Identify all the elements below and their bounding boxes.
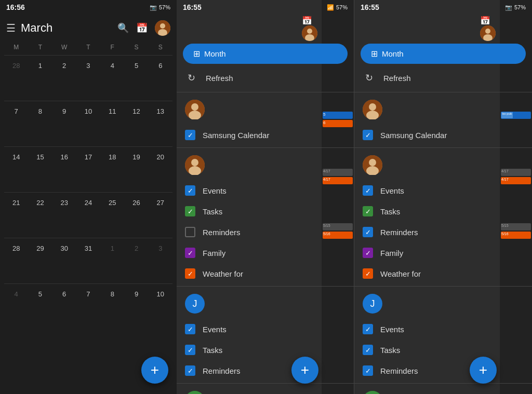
cal-day-21[interactable]: 21 bbox=[4, 193, 28, 238]
family-checkbox-2[interactable]: ✓ bbox=[363, 248, 373, 258]
j-events-item-1[interactable]: ✓ Events bbox=[177, 319, 354, 339]
refresh-item-1[interactable]: ↻ Refresh bbox=[177, 66, 354, 90]
cal-day-9[interactable]: 9 bbox=[52, 101, 76, 146]
cal-day-14[interactable]: 14 bbox=[4, 147, 28, 192]
cal-icon-m1[interactable]: 📅 bbox=[302, 16, 312, 25]
tasks-item-2[interactable]: ✓ Tasks bbox=[354, 201, 532, 222]
header-action-icons: 🔍 📅 bbox=[117, 20, 170, 36]
cal-day-11[interactable]: 11 bbox=[100, 101, 124, 146]
cal-day-31[interactable]: 31 bbox=[76, 238, 100, 283]
cal-day-5-b[interactable]: 5 bbox=[28, 284, 52, 329]
cal-day-22[interactable]: 22 bbox=[28, 193, 52, 238]
month-button-1[interactable]: ⊞ Month bbox=[183, 44, 348, 64]
cal-day-4-next[interactable]: 4 bbox=[4, 284, 28, 329]
samsung-cal-checkbox-2[interactable]: ✓ bbox=[363, 130, 373, 140]
cal-day-13[interactable]: 13 bbox=[149, 101, 172, 146]
hamburger-icon[interactable]: ☰ bbox=[6, 22, 16, 34]
cal-day-9-b[interactable]: 9 bbox=[124, 284, 148, 329]
cal-day-4[interactable]: 4 bbox=[100, 56, 124, 101]
cal-day-12[interactable]: 12 bbox=[124, 101, 148, 146]
j-account-row-2: J bbox=[354, 289, 532, 319]
cal-day-24[interactable]: 24 bbox=[76, 193, 100, 238]
search-icon[interactable]: 🔍 bbox=[117, 22, 129, 34]
cal-icon-m2[interactable]: 📅 bbox=[480, 16, 490, 25]
month-button-2[interactable]: ⊞ Month bbox=[361, 44, 526, 64]
events-checkbox-2[interactable]: ✓ bbox=[363, 185, 373, 196]
svg-point-10 bbox=[191, 159, 198, 166]
refresh-icon-1: ↻ bbox=[185, 72, 197, 84]
cal-day-2[interactable]: 2 bbox=[52, 56, 76, 101]
cal-day-20[interactable]: 20 bbox=[149, 147, 172, 192]
j-tasks-checkbox-2[interactable]: ✓ bbox=[363, 345, 373, 355]
j-reminders-item-2[interactable]: ✓ Reminders bbox=[354, 360, 532, 381]
month-title: March bbox=[21, 21, 112, 35]
month-label-2: Month bbox=[382, 49, 404, 58]
reminders-checkbox-2[interactable]: ✓ bbox=[363, 227, 373, 237]
refresh-item-2[interactable]: ↻ Refresh bbox=[354, 66, 532, 90]
cal-day-2-next[interactable]: 2 bbox=[124, 238, 148, 283]
reminders-checkbox-1[interactable] bbox=[185, 227, 195, 237]
cal-day-28[interactable]: 28 bbox=[4, 238, 28, 283]
avatar[interactable] bbox=[155, 20, 170, 36]
cal-day-28-prev[interactable]: 28 bbox=[4, 56, 28, 101]
cal-day-26[interactable]: 26 bbox=[124, 193, 148, 238]
j-events-checkbox-2[interactable]: ✓ bbox=[363, 324, 373, 334]
tasks-checkbox-1[interactable]: ✓ bbox=[185, 206, 195, 216]
cal-day-10[interactable]: 10 bbox=[76, 101, 100, 146]
tasks-checkbox-2[interactable]: ✓ bbox=[363, 206, 373, 216]
family-item-2[interactable]: ✓ Family bbox=[354, 242, 532, 263]
cal-day-25[interactable]: 25 bbox=[100, 193, 124, 238]
fab-add-menu1[interactable]: + bbox=[291, 357, 318, 384]
peek-event-5: 5/15 bbox=[323, 223, 353, 230]
fab-add-menu2[interactable]: + bbox=[470, 357, 497, 384]
family-checkbox-1[interactable]: ✓ bbox=[185, 248, 195, 258]
events-checkbox-1[interactable]: ✓ bbox=[185, 185, 195, 196]
cal-day-10-b[interactable]: 10 bbox=[149, 284, 172, 329]
peek-event-2: 6 bbox=[323, 120, 353, 127]
samsung-cal-item-1[interactable]: ✓ Samsung Calendar bbox=[177, 125, 354, 145]
cal-day-5[interactable]: 5 bbox=[124, 56, 148, 101]
avatar-m1[interactable] bbox=[302, 25, 317, 41]
fab-add-left[interactable]: + bbox=[141, 357, 168, 384]
weather-checkbox-2[interactable]: ✓ bbox=[363, 268, 373, 279]
cal-day-1-next[interactable]: 1 bbox=[100, 238, 124, 283]
j-reminders-item-1[interactable]: ✓ Reminders bbox=[177, 360, 354, 381]
cal-day-7-b[interactable]: 7 bbox=[76, 284, 100, 329]
samsung-cal-item-2[interactable]: ✓ Samsung Calendar bbox=[354, 125, 532, 145]
cal-day-17[interactable]: 17 bbox=[76, 147, 100, 192]
cal-day-15[interactable]: 15 bbox=[28, 147, 52, 192]
peek-event-r2: 4/17 bbox=[501, 169, 531, 176]
cal-day-16[interactable]: 16 bbox=[52, 147, 76, 192]
j-events-checkbox-1[interactable]: ✓ bbox=[185, 324, 195, 334]
cal-day-27[interactable]: 27 bbox=[149, 193, 172, 238]
family-item-1[interactable]: ✓ Family bbox=[177, 242, 354, 263]
cal-day-6[interactable]: 6 bbox=[149, 56, 172, 101]
cal-day-3-next[interactable]: 3 bbox=[149, 238, 172, 283]
cal-day-8[interactable]: 8 bbox=[28, 101, 52, 146]
cal-day-6-b[interactable]: 6 bbox=[52, 284, 76, 329]
samsung-cal-checkbox-1[interactable]: ✓ bbox=[185, 130, 195, 140]
weather-checkbox-1[interactable]: ✓ bbox=[185, 268, 195, 279]
cal-day-3[interactable]: 3 bbox=[76, 56, 100, 101]
j-tasks-checkbox-1[interactable]: ✓ bbox=[185, 345, 195, 355]
calendar-view-icon[interactable]: 📅 bbox=[136, 22, 148, 34]
cal-day-1[interactable]: 1 bbox=[28, 56, 52, 101]
cal-day-8-b[interactable]: 8 bbox=[100, 284, 124, 329]
cal-day-19[interactable]: 19 bbox=[124, 147, 148, 192]
cal-day-29[interactable]: 29 bbox=[28, 238, 52, 283]
j-reminders-checkbox-1[interactable]: ✓ bbox=[185, 365, 195, 376]
cal-day-18[interactable]: 18 bbox=[100, 147, 124, 192]
family-label-2: Family bbox=[380, 249, 403, 257]
cal-day-30[interactable]: 30 bbox=[52, 238, 76, 283]
weather-item-1[interactable]: ✓ Weather for bbox=[177, 263, 354, 284]
tasks-item-1[interactable]: ✓ Tasks bbox=[177, 201, 354, 222]
j-reminders-checkbox-2[interactable]: ✓ bbox=[363, 365, 373, 376]
weather-item-2[interactable]: ✓ Weather for bbox=[354, 263, 532, 284]
j-tasks-item-2[interactable]: ✓ Tasks bbox=[354, 339, 532, 360]
j-events-item-2[interactable]: ✓ Events bbox=[354, 319, 532, 339]
avatar-m2[interactable] bbox=[480, 25, 496, 41]
cal-day-23[interactable]: 23 bbox=[52, 193, 76, 238]
cal-day-7[interactable]: 7 bbox=[4, 101, 28, 146]
j-tasks-item-1[interactable]: ✓ Tasks bbox=[177, 339, 354, 360]
svg-point-16 bbox=[369, 103, 376, 111]
